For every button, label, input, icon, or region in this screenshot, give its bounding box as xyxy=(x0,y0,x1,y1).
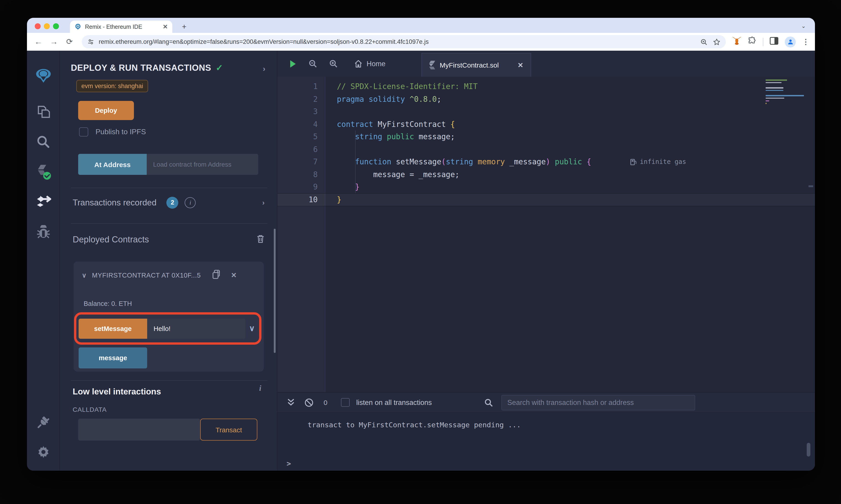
line-number: 4 xyxy=(277,118,317,130)
calldata-input[interactable] xyxy=(78,419,200,440)
close-window-button[interactable] xyxy=(35,23,41,29)
code-region[interactable]: 1// SPDX-License-Identifier: MIT2pragma … xyxy=(277,77,815,392)
calldata-label: CALLDATA xyxy=(73,406,107,413)
transact-button[interactable]: Transact xyxy=(200,419,257,440)
code-text: message = _message; xyxy=(337,168,459,181)
code-text: contract MyFirstContract { xyxy=(337,118,455,130)
line-number: 3 xyxy=(277,106,317,118)
code-line[interactable]: 5 string public message; xyxy=(277,130,815,143)
panel-scrollbar[interactable] xyxy=(274,229,276,353)
deploy-button[interactable]: Deploy xyxy=(78,101,134,120)
code-line[interactable]: 1// SPDX-License-Identifier: MIT xyxy=(277,80,815,93)
url-text[interactable]: remix.ethereum.org/#lang=en&optimize=fal… xyxy=(99,38,695,45)
file-tab-active[interactable]: MyFirstContract.sol ✕ xyxy=(422,53,531,77)
browser-menu-kebab-icon[interactable]: ⋮ xyxy=(802,37,809,46)
browser-tab[interactable]: Remix - Ethereum IDE ✕ xyxy=(70,20,172,33)
panel-more-chevron-icon[interactable]: › xyxy=(263,65,265,73)
debugger-icon[interactable] xyxy=(27,225,60,240)
extensions-puzzle-icon[interactable] xyxy=(748,37,756,47)
remix-logo-icon[interactable] xyxy=(27,66,60,85)
collapse-terminal-icon[interactable] xyxy=(288,398,294,407)
at-address-button[interactable]: At Address xyxy=(78,154,147,175)
minimap-line xyxy=(766,95,804,96)
transactions-info-icon[interactable]: i xyxy=(185,197,196,208)
gas-pump-icon xyxy=(630,159,637,165)
editor-scrollbar-mark[interactable] xyxy=(809,185,813,187)
new-tab-button[interactable]: + xyxy=(179,21,190,32)
transactions-recorded-label: Transactions recorded xyxy=(73,198,157,208)
contract-expand-chevron-icon[interactable]: ∨ xyxy=(82,272,87,279)
terminal-search-input[interactable] xyxy=(501,395,695,410)
code-line[interactable]: 3 xyxy=(277,106,815,118)
code-line[interactable]: 7 function setMessage(string memory _mes… xyxy=(277,156,815,168)
minimap-line xyxy=(766,98,784,99)
browser-window: Remix - Ethereum IDE ✕ + ⌄ ← → ⟳ remix.e… xyxy=(27,18,815,471)
tab-search-icon[interactable]: ⌄ xyxy=(799,21,809,32)
side-panel-icon[interactable] xyxy=(770,37,778,47)
minimize-window-button[interactable] xyxy=(44,23,50,29)
line-number: 5 xyxy=(277,130,317,143)
search-icon[interactable] xyxy=(27,135,60,149)
transactions-count-badge: 2 xyxy=(167,197,178,209)
copy-address-icon[interactable] xyxy=(212,269,221,281)
message-getter-button[interactable]: message xyxy=(79,347,147,368)
code-line[interactable]: 10} xyxy=(277,193,815,206)
remove-contract-icon[interactable]: ✕ xyxy=(231,271,237,280)
zoom-in-icon[interactable] xyxy=(329,59,338,68)
solidity-compiler-icon[interactable] xyxy=(27,164,60,181)
gas-estimate-annotation: infinite gas xyxy=(630,156,686,168)
code-line[interactable]: 2pragma solidity ^0.8.0; xyxy=(277,93,815,106)
zoom-out-icon[interactable] xyxy=(309,59,317,68)
file-explorer-icon[interactable] xyxy=(27,105,60,119)
pending-tx-count: 0 xyxy=(324,398,327,406)
terminal-prompt[interactable]: > xyxy=(287,459,291,468)
minimap-line xyxy=(766,87,784,88)
deployed-contracts-title: Deployed Contracts xyxy=(73,235,149,245)
code-text: // SPDX-License-Identifier: MIT xyxy=(337,80,478,93)
code-line[interactable]: 4contract MyFirstContract { xyxy=(277,118,815,130)
at-address-input[interactable] xyxy=(147,154,258,175)
code-line[interactable]: 6 xyxy=(277,143,815,156)
deploy-run-panel: DEPLOY & RUN TRANSACTIONS ✓ › evm versio… xyxy=(60,51,277,471)
file-tab-label: MyFirstContract.sol xyxy=(440,61,518,69)
terminal-scrollbar[interactable] xyxy=(807,443,810,456)
back-icon[interactable]: ← xyxy=(32,36,44,48)
code-editor: Home MyFirstContract.sol ✕ 1// SPDX-Lice… xyxy=(277,51,815,392)
code-line[interactable]: 9 } xyxy=(277,181,815,193)
home-tab[interactable]: Home xyxy=(354,59,385,68)
compile-success-check-icon: ✓ xyxy=(216,62,223,73)
metamask-extension-icon[interactable] xyxy=(732,37,741,47)
browser-tab-strip: Remix - Ethereum IDE ✕ + ⌄ xyxy=(27,18,815,33)
code-text: string public message; xyxy=(337,130,455,143)
publish-ipfs-checkbox[interactable] xyxy=(79,127,88,137)
transactions-expand-chevron-icon[interactable]: › xyxy=(262,199,265,207)
tab-close-icon[interactable]: ✕ xyxy=(163,23,168,30)
deploy-run-icon[interactable] xyxy=(27,195,60,211)
minimap[interactable] xyxy=(766,79,809,106)
zoom-window-button[interactable] xyxy=(53,23,59,29)
solidity-file-icon xyxy=(429,61,435,69)
toolbar-extensions: ⋮ xyxy=(732,36,809,47)
bookmark-star-icon[interactable] xyxy=(713,38,720,46)
browser-toolbar: ← → ⟳ remix.ethereum.org/#lang=en&optimi… xyxy=(27,33,815,51)
code-text: } xyxy=(337,193,341,206)
listen-all-checkbox[interactable] xyxy=(341,398,350,407)
forward-icon[interactable]: → xyxy=(48,36,60,48)
file-tab-close-icon[interactable]: ✕ xyxy=(518,61,524,69)
clear-console-ban-icon[interactable] xyxy=(304,398,313,407)
expand-args-chevron-icon[interactable]: ∨ xyxy=(249,324,255,333)
site-settings-icon[interactable] xyxy=(87,38,94,45)
profile-avatar[interactable] xyxy=(785,36,796,47)
run-script-play-icon[interactable] xyxy=(289,59,297,68)
set-message-button[interactable]: setMessage xyxy=(79,319,147,339)
terminal-log-line: transact to MyFirstContract.setMessage p… xyxy=(308,421,521,429)
set-message-input[interactable] xyxy=(147,319,245,339)
low-level-info-icon[interactable]: i xyxy=(259,384,261,393)
settings-gear-icon[interactable] xyxy=(27,444,60,460)
reload-icon[interactable]: ⟳ xyxy=(64,36,75,48)
zoom-page-icon[interactable] xyxy=(700,38,707,46)
address-bar[interactable]: remix.ethereum.org/#lang=en&optimize=fal… xyxy=(82,35,726,48)
clear-deployed-trash-icon[interactable] xyxy=(256,234,265,245)
code-line[interactable]: 8 message = _message; xyxy=(277,168,815,181)
plugin-manager-icon[interactable] xyxy=(27,414,60,431)
